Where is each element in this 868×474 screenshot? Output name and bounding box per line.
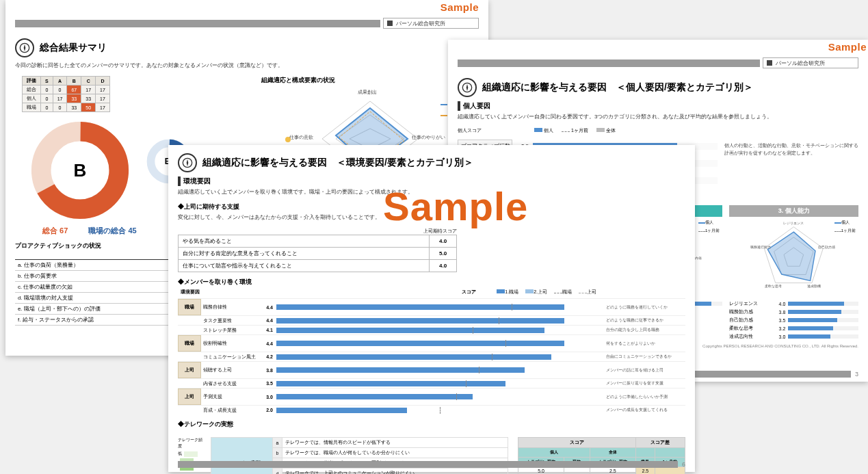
svg-text:達成動機: 達成動機: [808, 284, 821, 288]
sub-heading: 個人要因: [458, 101, 858, 111]
svg-marker-32: [768, 232, 816, 280]
section-title: 組織適応に影響を与える要因 ＜環境要因/要素とカテゴリ別＞: [178, 153, 685, 172]
compass-icon: [458, 78, 477, 97]
support-table: やる気を高めること4.0自分に対する肯定的な意見を言ってくれること5.0仕事につ…: [178, 235, 457, 272]
svg-text:レジリエンス: レジリエンス: [784, 222, 804, 225]
subtext: 組織適応していく上でメンバー自身に関わる要因です。3つのカテゴリに分類され、あな…: [458, 113, 858, 120]
telework-left: テレワーク頻度 低 高 テレワークの実態aテレワークでは、情報共有のスピードが低…: [178, 437, 508, 474]
page-subtext: 今回の診断に回答した全てのメンバーのサマリです。あなたの対象となるメンバーの状況…: [15, 62, 479, 69]
sample-watermark: Sample: [440, 1, 479, 13]
header-bar: パーソル総合研究所: [15, 18, 479, 29]
compass-icon: [15, 38, 34, 57]
header-bar: パーソル総合研究所: [458, 57, 858, 68]
bar-legend: 個人スコア 個人 1ヶ月前 全体: [533, 127, 858, 134]
svg-text:自己効力感: 自己効力感: [819, 245, 836, 249]
member-heading: ◆メンバーを取り巻く環境: [178, 278, 685, 287]
brand-logo: パーソル総合研究所: [383, 18, 479, 29]
brand-logo: パーソル総合研究所: [763, 57, 858, 68]
svg-text:職務遂行能力: 職務遂行能力: [750, 245, 771, 249]
logo-icon: [386, 20, 393, 27]
compass-icon: [178, 153, 197, 172]
category-note: 個人の行動と、活動的な行動、意欲・モチベーションに関する計画が実行を促すものなど…: [724, 135, 858, 191]
severity-legend: テレワーク頻度 低 高: [178, 437, 204, 474]
section-title: 組織適応に影響を与える要因 ＜個人要因/要素とカテゴリ別＞: [458, 78, 858, 97]
donut-main: B: [29, 119, 131, 222]
logo-icon: [766, 60, 773, 66]
member-legend: 環境要因 スコア 1.職場 2.上司 職場 上司: [178, 289, 685, 295]
page-footer: 6: [178, 461, 685, 468]
rank-table: 評価 SABCD 総合00671717 個人017333317 職場003350…: [22, 76, 110, 112]
svg-rect-0: [387, 21, 393, 26]
member-table: 職場職務自律性4.4どのように職務を遂行していくかタスク重要性4.4どのような職…: [178, 298, 685, 414]
telework-heading: ◆テレワークの実態: [178, 420, 685, 429]
sample-watermark: Sample: [828, 41, 867, 53]
page-title: 組織適応に影響を与える要因 ＜環境要因/要素とカテゴリ別＞: [202, 157, 473, 169]
telework-items-table: テレワークの実態aテレワークでは、情報共有のスピードが低下するbテレワークでは、…: [211, 437, 508, 474]
sample-watermark-large: Sample: [383, 183, 528, 229]
section-title: 総合結果サマリ: [15, 38, 479, 57]
svg-text:柔軟な思考: 柔軟な思考: [765, 284, 782, 288]
telework-score-table: スコアスコア差 個人全体 カテゴリ\n平均平均カテゴリ\n平均業界1ヶ月前 5.…: [518, 437, 685, 474]
svg-rect-10: [767, 60, 772, 66]
page-title: 総合結果サマリ: [40, 42, 107, 54]
page-title: 組織適応に影響を与える要因 ＜個人要因/要素とカテゴリ別＞: [482, 81, 753, 94]
